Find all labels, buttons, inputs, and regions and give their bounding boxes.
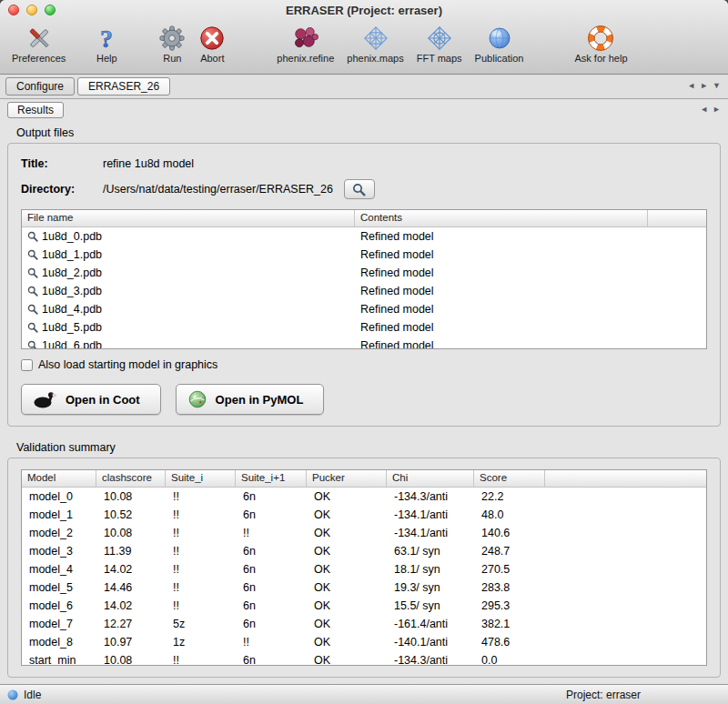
suite-i-cell: !!: [166, 581, 236, 594]
validation-row[interactable]: start_min 10.08 !! 6n OK -134.3/anti 0.0: [22, 651, 706, 666]
tab-results[interactable]: Results: [7, 102, 64, 118]
score-cell: 140.6: [474, 527, 545, 539]
toolbar-label: Publication: [475, 53, 524, 64]
magnifier-icon: [27, 304, 38, 315]
file-row[interactable]: 1u8d_0.pdb Refined model: [22, 227, 706, 246]
validation-row[interactable]: model_5 14.46 !! 6n OK 19.3/ syn 283.8: [22, 578, 706, 597]
validation-row[interactable]: model_4 14.02 !! 6n OK 18.1/ syn 270.5: [22, 560, 706, 578]
toolbar-label: Abort: [200, 53, 224, 64]
column-header-suite-i1[interactable]: Suite_i+1: [236, 470, 307, 487]
group-label: Validation summary: [16, 441, 721, 456]
score-cell: 0.0: [474, 654, 545, 666]
validation-row[interactable]: model_6 14.02 !! 6n OK 15.5/ syn 295.3: [22, 597, 706, 615]
toolbar-run[interactable]: Run: [152, 22, 192, 65]
validation-row[interactable]: model_1 10.52 !! 6n OK -134.1/anti 48.0: [22, 506, 706, 524]
subtab-bar: Results ◄ ►: [0, 99, 728, 121]
validation-row[interactable]: model_0 10.08 !! 6n OK -134.3/anti 22.2: [22, 488, 706, 506]
toolbar-fft-maps[interactable]: FFT maps: [410, 22, 469, 65]
file-row[interactable]: 1u8d_5.pdb Refined model: [22, 318, 706, 337]
file-row[interactable]: 1u8d_1.pdb Refined model: [22, 246, 706, 264]
validation-row[interactable]: model_2 10.08 !! !! OK -134.1/anti 140.6: [22, 524, 706, 542]
validation-row[interactable]: model_7 12.27 5z 6n OK -161.4/anti 382.1: [22, 615, 706, 633]
preferences-tools-icon: [25, 23, 53, 53]
toolbar-help[interactable]: ? Help: [86, 22, 126, 65]
titlebar[interactable]: ERRASER (Project: erraser): [0, 0, 728, 20]
suite-i-cell: !!: [166, 545, 236, 558]
validation-row[interactable]: model_8 10.97 1z !! OK -140.1/anti 478.6: [22, 633, 706, 651]
column-header-empty: [648, 210, 706, 226]
subtab-scroll-left-icon[interactable]: ◄: [700, 103, 708, 116]
column-header-pucker[interactable]: Pucker: [307, 470, 387, 487]
toolbar-preferences[interactable]: Preferences: [5, 22, 72, 65]
score-cell: 48.0: [474, 508, 545, 521]
pucker-cell: OK: [307, 490, 387, 503]
pucker-cell: OK: [307, 545, 387, 558]
subtab-scroll-controls: ◄ ►: [700, 103, 721, 116]
directory-label: Directory:: [21, 183, 103, 196]
tab-scroll-right-icon[interactable]: ►: [700, 79, 708, 92]
open-in-coot-button[interactable]: Open in Coot: [21, 384, 161, 415]
column-header-suite-i[interactable]: Suite_i: [166, 470, 236, 487]
toolbar-phenix-maps[interactable]: phenix.maps: [340, 22, 410, 65]
column-header-score[interactable]: Score: [474, 470, 545, 487]
file-row[interactable]: 1u8d_6.pdb Refined model: [22, 337, 706, 349]
suite-i-cell: 1z: [166, 636, 236, 649]
file-row[interactable]: 1u8d_4.pdb Refined model: [22, 300, 706, 318]
clashscore-cell: 10.52: [96, 508, 166, 521]
validation-row[interactable]: model_3 11.39 !! 6n OK 63.1/ syn 248.7: [22, 542, 706, 560]
directory-value: /Users/nat/data/testing/erraser/ERRASER_…: [103, 183, 333, 196]
open-in-pymol-button[interactable]: Open in PyMOL: [176, 384, 325, 415]
tab-list-icon[interactable]: ▼: [713, 79, 721, 92]
toolbar-label: phenix.maps: [347, 53, 403, 64]
pucker-cell: OK: [307, 581, 387, 594]
window-title: ERRASER (Project: erraser): [286, 4, 442, 17]
toolbar-ask-for-help[interactable]: Ask for help: [568, 22, 633, 65]
pucker-cell: OK: [307, 618, 387, 630]
status-sphere-icon: [7, 689, 18, 700]
model-cell: model_2: [22, 527, 96, 539]
chi-cell: 19.3/ syn: [387, 581, 474, 594]
file-name-cell: 1u8d_2.pdb: [22, 267, 355, 279]
group-label: Output files: [16, 126, 721, 141]
title-toolbar-chrome: ERRASER (Project: erraser) Preferences: [0, 0, 728, 75]
column-header-contents[interactable]: Contents: [355, 210, 648, 226]
toolbar-phenix-refine[interactable]: phenix.refine: [270, 22, 340, 65]
column-header-clashscore[interactable]: clashscore: [96, 470, 166, 487]
file-row[interactable]: 1u8d_2.pdb Refined model: [22, 264, 706, 282]
output-files-table: File name Contents 1: [21, 209, 707, 349]
score-cell: 382.1: [474, 618, 545, 630]
subtab-scroll-right-icon[interactable]: ►: [713, 103, 721, 116]
browse-directory-button[interactable]: [344, 179, 375, 199]
close-button[interactable]: [8, 5, 19, 15]
coot-bird-icon: [33, 389, 57, 409]
tab-erraser-26[interactable]: ERRASER_26: [77, 77, 170, 96]
clashscore-cell: 11.39: [96, 545, 166, 558]
suite-i-cell: !!: [166, 563, 236, 576]
clashscore-cell: 10.97: [96, 636, 166, 649]
toolbar-label: Ask for help: [574, 53, 627, 64]
file-name-cell: 1u8d_1.pdb: [22, 248, 355, 261]
contents-cell: Refined model: [355, 285, 648, 297]
file-name-cell: 1u8d_4.pdb: [22, 303, 355, 316]
zoom-button[interactable]: [45, 5, 56, 15]
column-header-file-name[interactable]: File name: [22, 210, 355, 226]
load-starting-model-checkbox[interactable]: [21, 359, 33, 371]
column-header-model[interactable]: Model: [22, 470, 96, 487]
toolbar-abort[interactable]: Abort: [192, 22, 232, 65]
model-cell: model_4: [22, 563, 96, 576]
toolbar-publication[interactable]: Publication: [469, 22, 531, 65]
file-name: 1u8d_1.pdb: [42, 248, 102, 261]
run-gear-icon: [158, 23, 186, 53]
pucker-cell: OK: [307, 654, 387, 666]
model-cell: model_1: [22, 508, 96, 521]
contents-cell: Refined model: [355, 267, 648, 279]
tab-configure[interactable]: Configure: [5, 77, 75, 96]
magnifier-icon: [27, 322, 38, 333]
table-header: File name Contents: [22, 210, 706, 227]
minimize-button[interactable]: [26, 5, 37, 15]
file-row[interactable]: 1u8d_3.pdb Refined model: [22, 282, 706, 300]
column-header-chi[interactable]: Chi: [387, 470, 474, 487]
contents-cell: Refined model: [355, 339, 648, 349]
toolbar: Preferences ? Help: [0, 20, 728, 74]
tab-scroll-left-icon[interactable]: ◄: [687, 79, 695, 92]
